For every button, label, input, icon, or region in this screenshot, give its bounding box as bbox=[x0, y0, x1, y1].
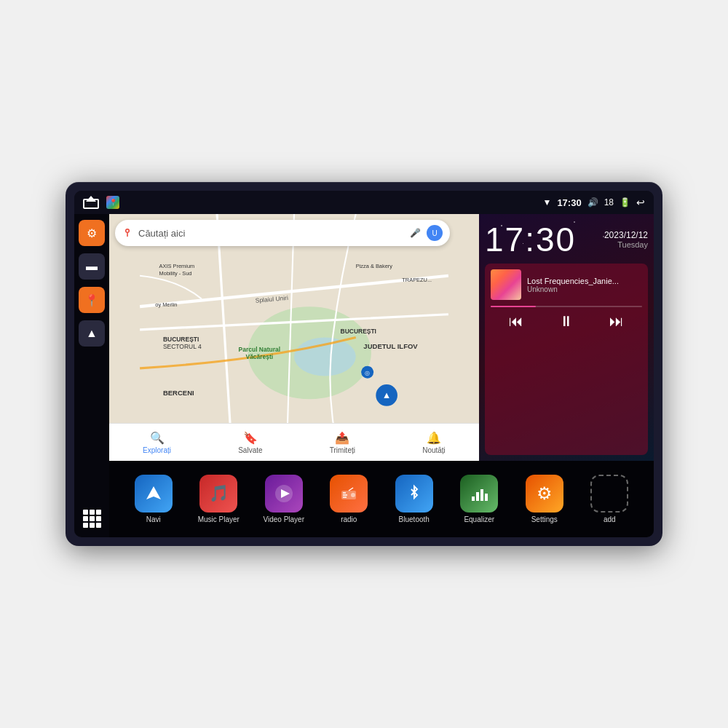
file-icon: ▬ bbox=[86, 260, 98, 273]
svg-rect-35 bbox=[485, 494, 488, 501]
app-music-label: Music Player bbox=[198, 515, 240, 523]
right-panel: 17:30 2023/12/12 Tuesday bbox=[479, 214, 654, 461]
svg-text:Parcul Natural: Parcul Natural bbox=[239, 346, 280, 353]
clock-date: 2023/12/12 Tuesday bbox=[604, 230, 648, 249]
app-music-player[interactable]: 🎵 Music Player bbox=[197, 475, 240, 523]
navi-icon bbox=[135, 475, 173, 513]
app-video-label: Video Player bbox=[263, 515, 304, 523]
sidebar-item-map[interactable]: 📍 bbox=[79, 287, 105, 313]
top-section: Căutați aici 🎤 U bbox=[109, 214, 654, 461]
next-button[interactable]: ⏭ bbox=[606, 310, 627, 333]
clock-date-value: 2023/12/12 bbox=[604, 230, 648, 240]
prev-button[interactable]: ⏮ bbox=[506, 310, 526, 333]
music-player-icon: 🎵 bbox=[199, 475, 237, 513]
map-tab-news-label: Noutăți bbox=[422, 446, 446, 454]
app-settings-label: Settings bbox=[531, 515, 558, 523]
news-icon: 🔔 bbox=[427, 431, 441, 445]
map-bottom-bar: 🔍 Explorați 🔖 Salvate 📤 Trimiteți bbox=[109, 423, 479, 461]
status-left-icons: 📍 bbox=[83, 196, 119, 209]
map-tab-send-label: Trimiteți bbox=[330, 446, 355, 454]
svg-rect-32 bbox=[472, 496, 475, 501]
settings-app-icon: ⚙ bbox=[526, 475, 563, 513]
music-controls: ⏮ ⏸ ⏭ bbox=[491, 310, 642, 333]
clock-time: 17:30 bbox=[485, 223, 576, 256]
user-profile-icon[interactable]: U bbox=[427, 225, 443, 241]
app-add[interactable]: add bbox=[587, 475, 631, 523]
app-bluetooth-label: Bluetooth bbox=[399, 515, 430, 523]
mic-icon[interactable]: 🎤 bbox=[410, 228, 421, 238]
music-track-info: Lost Frequencies_Janie... Unknown bbox=[491, 269, 642, 300]
svg-point-31 bbox=[351, 493, 355, 497]
app-equalizer-label: Equalizer bbox=[464, 515, 494, 523]
svg-point-1 bbox=[127, 229, 129, 232]
car-display-device: 📍 ▼ 17:30 🔊 18 🔋 ↩ ⚙ ▬ bbox=[66, 182, 662, 546]
battery-icon: 🔋 bbox=[620, 197, 630, 207]
clock-weekday: Tuesday bbox=[604, 240, 648, 249]
app-settings[interactable]: ⚙ Settings bbox=[523, 475, 566, 523]
map-tab-send[interactable]: 📤 Trimiteți bbox=[330, 431, 355, 454]
play-pause-button[interactable]: ⏸ bbox=[556, 310, 577, 333]
svg-text:▲: ▲ bbox=[382, 389, 392, 400]
battery-level: 18 bbox=[604, 197, 614, 207]
map-tab-saved[interactable]: 🔖 Salvate bbox=[238, 431, 262, 454]
video-player-icon bbox=[265, 475, 303, 513]
home-icon[interactable] bbox=[83, 196, 99, 209]
google-maps-icon bbox=[122, 227, 132, 240]
svg-text:AXIS Premium: AXIS Premium bbox=[159, 263, 195, 269]
gear-icon: ⚙ bbox=[87, 226, 97, 240]
svg-text:Văcărești: Văcărești bbox=[245, 353, 273, 360]
svg-text:Mobility - Sud: Mobility - Sud bbox=[159, 270, 192, 277]
music-title: Lost Frequencies_Janie... bbox=[527, 277, 642, 285]
bottom-apps-bar: Navi 🎵 Music Player bbox=[109, 461, 654, 537]
sidebar-item-nav[interactable]: ▲ bbox=[79, 320, 105, 347]
map-area[interactable]: Căutați aici 🎤 U bbox=[109, 214, 479, 461]
saved-icon: 🔖 bbox=[243, 431, 258, 445]
maps-status-icon: 📍 bbox=[106, 196, 119, 209]
svg-text:BUCUREȘTI: BUCUREȘTI bbox=[163, 336, 199, 343]
radio-icon bbox=[330, 475, 368, 513]
map-pin-icon: 📍 bbox=[84, 293, 99, 307]
svg-text:TRAPEZU...: TRAPEZU... bbox=[402, 277, 432, 283]
bluetooth-icon bbox=[395, 475, 433, 513]
svg-text:BUCUREȘTI: BUCUREȘTI bbox=[341, 328, 376, 335]
map-tab-explore-label: Explorați bbox=[143, 446, 171, 454]
svg-text:◎: ◎ bbox=[365, 369, 370, 376]
svg-text:SECTORUL 4: SECTORUL 4 bbox=[163, 343, 202, 350]
nav-arrow-icon: ▲ bbox=[86, 327, 98, 340]
svg-text:Pizza & Bakery: Pizza & Bakery bbox=[356, 263, 393, 269]
status-bar: 📍 ▼ 17:30 🔊 18 🔋 ↩ bbox=[74, 191, 654, 214]
app-grid-button[interactable] bbox=[79, 505, 105, 531]
sidebar-item-files[interactable]: ▬ bbox=[79, 253, 105, 280]
app-radio-label: radio bbox=[341, 515, 357, 523]
app-navi[interactable]: Navi bbox=[132, 475, 175, 523]
left-sidebar: ⚙ ▬ 📍 ▲ bbox=[74, 214, 109, 537]
app-navi-label: Navi bbox=[146, 515, 161, 523]
clock-section: 17:30 2023/12/12 Tuesday bbox=[485, 220, 648, 259]
music-player: Lost Frequencies_Janie... Unknown ⏮ ⏸ ⏭ bbox=[485, 264, 648, 455]
map-tab-explore[interactable]: 🔍 Explorați bbox=[143, 431, 171, 454]
sidebar-item-settings[interactable]: ⚙ bbox=[79, 220, 105, 246]
status-right-icons: ▼ 17:30 🔊 18 🔋 ↩ bbox=[543, 197, 646, 208]
status-time: 17:30 bbox=[557, 197, 581, 208]
album-art bbox=[491, 269, 521, 300]
back-icon[interactable]: ↩ bbox=[636, 197, 645, 208]
svg-rect-34 bbox=[480, 489, 483, 501]
screen: 📍 ▼ 17:30 🔊 18 🔋 ↩ ⚙ ▬ bbox=[74, 191, 654, 537]
svg-point-4 bbox=[294, 338, 356, 376]
app-video-player[interactable]: Video Player bbox=[262, 475, 306, 523]
music-artist: Unknown bbox=[527, 285, 642, 293]
svg-marker-23 bbox=[146, 486, 161, 499]
center-content: Căutați aici 🎤 U bbox=[109, 214, 654, 537]
map-search-placeholder: Căutați aici bbox=[138, 228, 404, 239]
app-bluetooth[interactable]: Bluetooth bbox=[392, 475, 436, 523]
explore-icon: 🔍 bbox=[150, 431, 165, 445]
app-add-label: add bbox=[604, 515, 616, 523]
app-radio[interactable]: radio bbox=[327, 475, 371, 523]
music-progress-bar bbox=[491, 306, 642, 307]
add-app-icon bbox=[590, 475, 628, 513]
map-tab-news[interactable]: 🔔 Noutăți bbox=[422, 431, 446, 454]
svg-text:oy Merlin: oy Merlin bbox=[155, 301, 177, 308]
map-search-bar[interactable]: Căutați aici 🎤 U bbox=[115, 220, 450, 246]
app-equalizer[interactable]: Equalizer bbox=[457, 475, 501, 523]
svg-rect-33 bbox=[476, 492, 479, 501]
